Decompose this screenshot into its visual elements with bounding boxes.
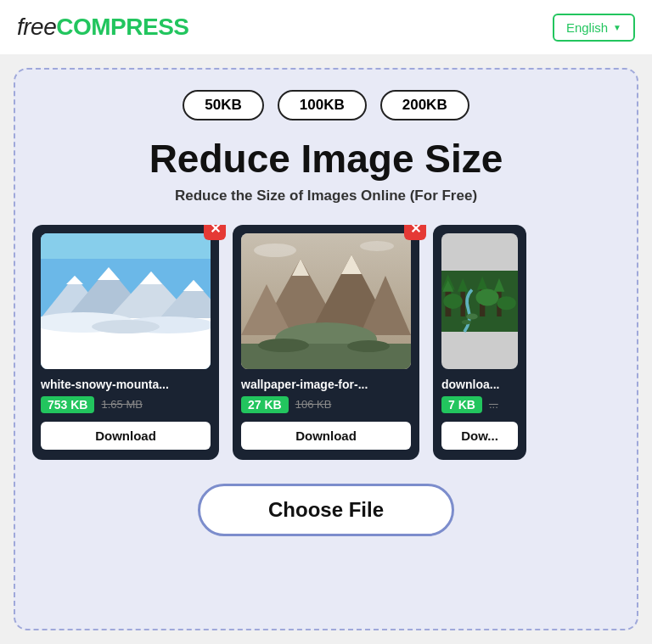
image-card-3: downloa... 7 KB ... Dow... — [433, 225, 526, 460]
card-3-image — [441, 233, 518, 369]
page-subtitle: Reduce the Size of Images Online (For Fr… — [32, 188, 620, 204]
language-button[interactable]: English ▼ — [553, 14, 635, 42]
svg-point-13 — [92, 320, 160, 333]
image-cards-container: ✕ — [32, 225, 620, 460]
svg-point-40 — [443, 294, 463, 309]
card-1-sizes: 753 KB 1.65 MB — [41, 396, 211, 413]
size-option-100kb[interactable]: 100KB — [278, 90, 367, 120]
download-button-2[interactable]: Download — [241, 422, 411, 450]
download-button-1[interactable]: Download — [41, 422, 211, 450]
language-label: English — [566, 20, 608, 35]
card-3-filename: downloa... — [441, 378, 518, 391]
card-2-image — [241, 233, 411, 369]
logo-compress: COMPRESS — [56, 14, 188, 40]
choose-file-wrapper: Choose File — [32, 484, 620, 536]
image-card-1: ✕ — [32, 225, 219, 460]
svg-point-23 — [258, 339, 309, 352]
main-container: 50KB 100KB 200KB Reduce Image Size Reduc… — [14, 68, 638, 630]
card-1-image — [41, 233, 211, 369]
svg-point-41 — [476, 288, 499, 305]
image-card-2: ✕ — [233, 225, 419, 460]
header: freeCOMPRESS English ▼ — [0, 0, 652, 54]
card-3-size-old: ... — [489, 398, 498, 411]
download-button-3[interactable]: Dow... — [441, 422, 518, 450]
card-2-size-new: 27 KB — [241, 396, 289, 413]
svg-rect-1 — [41, 233, 211, 259]
chevron-down-icon: ▼ — [613, 23, 621, 32]
size-option-50kb[interactable]: 50KB — [183, 90, 263, 120]
svg-point-24 — [347, 340, 390, 352]
choose-file-button[interactable]: Choose File — [198, 484, 454, 536]
card-2-sizes: 27 KB 106 KB — [241, 396, 411, 413]
logo: freeCOMPRESS — [17, 14, 189, 41]
size-options-row: 50KB 100KB 200KB — [32, 90, 620, 120]
close-card-2-button[interactable]: ✕ — [404, 225, 426, 240]
card-2-filename: wallpaper-image-for-... — [241, 378, 411, 391]
svg-point-42 — [497, 296, 516, 310]
page-title: Reduce Image Size — [32, 137, 620, 181]
card-3-size-new: 7 KB — [441, 396, 482, 413]
logo-free: free — [17, 14, 56, 40]
card-3-sizes: 7 KB ... — [441, 396, 518, 413]
svg-point-26 — [360, 241, 394, 251]
svg-point-25 — [254, 244, 296, 257]
choose-file-label: Choose File — [268, 498, 384, 521]
card-1-size-old: 1.65 MB — [101, 398, 142, 411]
close-card-1-button[interactable]: ✕ — [204, 225, 226, 240]
card-2-size-old: 106 KB — [295, 398, 332, 411]
size-option-200kb[interactable]: 200KB — [380, 90, 469, 120]
card-1-filename: white-snowy-mounta... — [41, 378, 211, 391]
card-1-size-new: 753 KB — [41, 396, 94, 413]
